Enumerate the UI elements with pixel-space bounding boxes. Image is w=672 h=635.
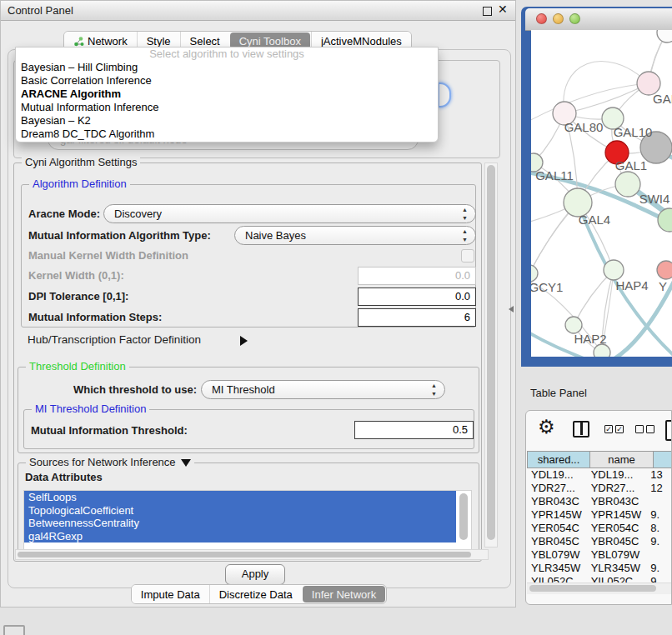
node-label-n-pink: GAL bbox=[653, 92, 672, 106]
algorithm-dropdown-popup: Select algorithm to view settings Bayesi… bbox=[15, 47, 439, 142]
close-icon[interactable]: ✕ bbox=[498, 2, 508, 16]
table-row[interactable]: YPR145WYPR145W9. bbox=[527, 508, 672, 522]
mi-steps-field[interactable]: 6 bbox=[358, 308, 476, 327]
node-hap2[interactable] bbox=[565, 317, 582, 333]
table-cell: YBR045C bbox=[587, 535, 647, 548]
algorithm-definition-title: Algorithm Definition bbox=[29, 178, 130, 190]
table-cell: 12 bbox=[646, 482, 672, 495]
dpi-tolerance-field[interactable]: 0.0 bbox=[358, 288, 476, 306]
unchecked-checkboxes-icon[interactable] bbox=[635, 425, 654, 433]
table-row[interactable]: YBR043CYBR043C bbox=[527, 495, 672, 508]
algorithm-item-aracne-algorithm[interactable]: ARACNE Algorithm bbox=[16, 88, 438, 101]
table-row[interactable]: YDL19...YDL19...13 bbox=[527, 468, 672, 482]
node-n-bot[interactable] bbox=[594, 344, 610, 357]
mi-type-label: Mutual Information Algorithm Type: bbox=[28, 229, 211, 242]
mi-type-row: Mutual Information Algorithm Type: Naive… bbox=[22, 226, 475, 245]
zoom-traffic-light-icon[interactable] bbox=[569, 13, 580, 24]
bottom-tab-impute-data[interactable]: Impute Data bbox=[132, 585, 209, 603]
algorithm-item-dream8-dc-tdc-algorithm[interactable]: Dream8 DC_TDC Algorithm bbox=[16, 128, 438, 141]
bottom-tab-discretize-data[interactable]: Discretize Data bbox=[209, 585, 302, 603]
gear-icon[interactable]: ⚙ bbox=[538, 416, 555, 438]
attribute-item-betweennesscentrality[interactable]: BetweennessCentrality bbox=[24, 517, 456, 530]
mi-threshold-field[interactable]: 0.5 bbox=[354, 421, 474, 439]
dpi-tolerance-label: DPI Tolerance [0,1]: bbox=[28, 290, 128, 302]
algorithm-item-bayesian-hill-climbing[interactable]: Bayesian – Hill Climbing bbox=[16, 61, 438, 74]
node-label-n-salmon: Y bbox=[659, 279, 667, 293]
bottom-tab-impute-data-label: Impute Data bbox=[141, 588, 200, 601]
collapse-down-icon[interactable] bbox=[181, 459, 191, 467]
apply-button[interactable]: Apply bbox=[225, 564, 285, 585]
control-panel: Control Panel ✕ NetworkStyleSelectCyni T… bbox=[0, 0, 516, 608]
sources-title: Sources for Network Inference bbox=[26, 456, 194, 468]
algorithm-item-bayesian-k2[interactable]: Bayesian – K2 bbox=[16, 114, 438, 128]
settings-horizontal-scrollbar[interactable] bbox=[15, 549, 489, 560]
minimized-panel-icon[interactable] bbox=[3, 625, 25, 635]
expand-right-icon[interactable] bbox=[240, 336, 248, 346]
mi-steps-row: Mutual Information Steps: 6 bbox=[22, 308, 475, 327]
node-n-top[interactable] bbox=[657, 30, 672, 42]
which-threshold-select[interactable]: MI Threshold ▲▼ bbox=[201, 380, 445, 399]
node-n-salmon[interactable] bbox=[657, 261, 672, 279]
attributes-scrollbar[interactable] bbox=[459, 493, 468, 540]
algorithm-item-basic-correlation-inference[interactable]: Basic Correlation Inference bbox=[16, 74, 438, 88]
table-row[interactable]: YBL079WYBL079W bbox=[527, 548, 672, 562]
threshold-definition-group: Threshold Definition Which threshold to … bbox=[18, 367, 479, 453]
data-attributes-list[interactable]: SelfLoopsTopologicalCoefficientBetweenne… bbox=[23, 490, 472, 550]
page-icon[interactable] bbox=[665, 420, 672, 441]
panel-splitter-arrow[interactable] bbox=[509, 306, 514, 312]
table-row[interactable]: YER054CYER054C8. bbox=[527, 522, 672, 535]
node-hap4[interactable] bbox=[604, 260, 624, 280]
node-gal1[interactable] bbox=[615, 172, 640, 197]
manual-kernel-checkbox[interactable] bbox=[461, 249, 474, 262]
tab-style-label: Style bbox=[147, 35, 171, 48]
column-header-name[interactable]: name bbox=[590, 451, 654, 468]
table-cell: YDR27... bbox=[587, 482, 647, 495]
network-canvas[interactable]: GALGAL80GAL10GAL1GAL11SWI4GAL4GCY1HAP4YH… bbox=[531, 30, 672, 357]
algorithm-definition-group: Algorithm Definition Aracne Mode: Discov… bbox=[21, 184, 476, 328]
node-gcy1[interactable] bbox=[531, 265, 538, 282]
algorithm-item-mutual-information-inference[interactable]: Mutual Information Inference bbox=[16, 101, 438, 114]
close-traffic-light-icon[interactable] bbox=[536, 13, 547, 24]
float-window-icon[interactable] bbox=[483, 7, 492, 16]
column-header-col3[interactable] bbox=[654, 451, 672, 468]
node-swi4[interactable] bbox=[658, 208, 672, 232]
tab-jactivemnodules-label: jActiveMNodules bbox=[321, 35, 402, 48]
stepper-arrows-icon: ▲▼ bbox=[462, 206, 468, 222]
table-cell: YDR27... bbox=[527, 482, 587, 495]
network-graph: GALGAL80GAL10GAL1GAL11SWI4GAL4GCY1HAP4YH… bbox=[531, 30, 672, 357]
table-cell: YBR045C bbox=[527, 535, 587, 548]
attribute-item-gal4rgexp[interactable]: gal4RGexp bbox=[24, 530, 456, 543]
bottom-tab-discretize-data-label: Discretize Data bbox=[219, 588, 293, 601]
table-row[interactable]: YLR345WYLR345W9. bbox=[527, 562, 672, 575]
table-cell: YER054C bbox=[527, 522, 587, 535]
checked-checkboxes-icon[interactable]: ✓✓ bbox=[604, 425, 624, 433]
minimize-traffic-light-icon[interactable] bbox=[553, 13, 564, 24]
table-cell: YER054C bbox=[587, 522, 647, 535]
control-panel-titlebar: Control Panel ✕ bbox=[1, 1, 515, 21]
attribute-item-selfloops[interactable]: SelfLoops bbox=[24, 491, 456, 504]
table-cell: 9. bbox=[646, 508, 672, 522]
table-horizontal-scrollbar[interactable] bbox=[527, 582, 672, 594]
attribute-item-topologicalcoefficient[interactable]: TopologicalCoefficient bbox=[24, 504, 456, 518]
column-header-shared[interactable]: shared... bbox=[527, 451, 590, 468]
tab-select-label: Select bbox=[190, 35, 220, 48]
mi-threshold-row: Mutual Information Threshold: 0.5 bbox=[24, 421, 474, 440]
aracne-mode-label: Aracne Mode: bbox=[28, 208, 100, 220]
sources-group: Sources for Network Inference Data Attri… bbox=[18, 462, 479, 552]
tab-network-label: Network bbox=[88, 35, 128, 48]
node-label-gal80: GAL80 bbox=[564, 120, 604, 134]
bottom-tab-infer-network[interactable]: Infer Network bbox=[303, 586, 385, 602]
cyni-algorithm-settings-group: Cyni Algorithm Settings Algorithm Defini… bbox=[13, 162, 482, 562]
mi-algorithm-type-select[interactable]: Naive Bayes ▲▼ bbox=[234, 226, 476, 245]
settings-vertical-scrollbar[interactable] bbox=[484, 162, 498, 548]
manual-kernel-label: Manual Kernel Width Definition bbox=[28, 249, 188, 262]
hub-definition-row[interactable]: Hub/Transcription Factor Definition bbox=[14, 332, 481, 349]
kernel-width-field[interactable]: 0.0 bbox=[358, 267, 476, 285]
table-cell: YBR043C bbox=[587, 495, 647, 508]
table-row[interactable]: YDR27...YDR27...12 bbox=[527, 482, 672, 495]
columns-icon[interactable] bbox=[573, 421, 589, 438]
table-row[interactable]: YBR045CYBR045C9. bbox=[527, 535, 672, 548]
aracne-mode-select[interactable]: Discovery ▲▼ bbox=[103, 204, 476, 223]
mi-threshold-label: Mutual Information Threshold: bbox=[31, 424, 188, 437]
stepper-arrows-icon: ▲▼ bbox=[462, 228, 468, 244]
